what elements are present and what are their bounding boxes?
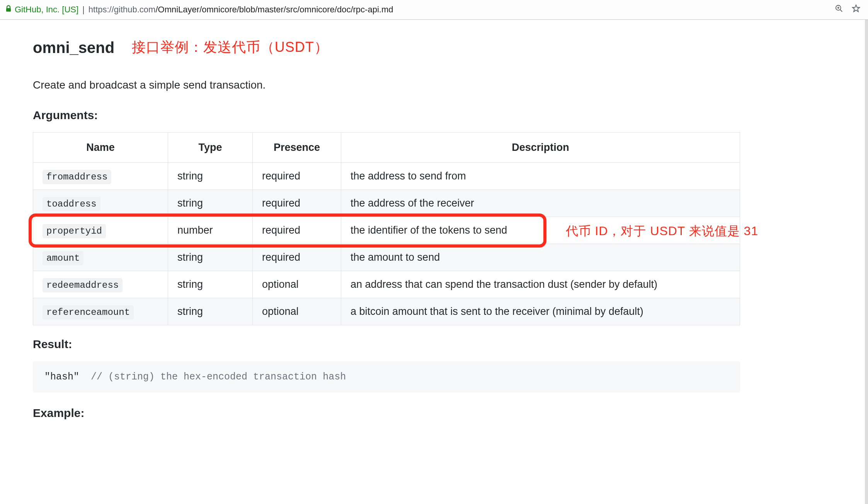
col-name: Name <box>33 133 168 163</box>
api-description: Create and broadcast a simple send trans… <box>33 77 806 93</box>
result-code-block: "hash" // (string) the hex-encoded trans… <box>33 361 740 393</box>
result-heading: Result: <box>33 335 806 353</box>
col-type: Type <box>168 133 253 163</box>
param-type: string <box>168 190 253 217</box>
result-comment: // (string) the hex-encoded transaction … <box>91 371 346 383</box>
param-desc: the amount to send <box>341 244 740 271</box>
param-presence: required <box>253 162 341 190</box>
param-name: redeemaddress <box>43 278 123 292</box>
svg-line-2 <box>840 9 842 12</box>
content-area: omni_send 接口举例：发送代币（USDT） Create and bro… <box>0 20 829 446</box>
url-host: https://github.com <box>89 5 156 14</box>
param-name: amount <box>43 251 83 265</box>
param-name: propertyid <box>43 224 106 238</box>
param-desc: the address of the receiver <box>341 190 740 217</box>
param-name: referenceamount <box>43 305 134 319</box>
table-row: amount string required the amount to sen… <box>33 244 740 271</box>
browser-address-bar: GitHub, Inc. [US] | https://github.com/O… <box>0 0 868 20</box>
heading-annotation: 接口举例：发送代币（USDT） <box>132 39 328 55</box>
address-separator: | <box>82 3 85 16</box>
param-presence: required <box>253 217 341 244</box>
bookmark-star-icon[interactable] <box>852 2 860 17</box>
param-desc: a bitcoin amount that is sent to the rec… <box>341 298 740 325</box>
zoom-icon[interactable] <box>835 2 843 17</box>
table-row: toaddress string required the address of… <box>33 190 740 217</box>
param-type: string <box>168 298 253 325</box>
param-desc: the address to send from <box>341 162 740 190</box>
arguments-table-wrap: Name Type Presence Description fromaddre… <box>33 132 806 325</box>
example-heading: Example: <box>33 404 806 422</box>
param-desc: an address that can spend the transactio… <box>341 271 740 298</box>
param-name: toaddress <box>43 197 100 211</box>
param-name: fromaddress <box>43 170 111 184</box>
heading-row: omni_send 接口举例：发送代币（USDT） <box>33 28 806 66</box>
svg-rect-0 <box>6 8 11 12</box>
row-side-annotation: 代币 ID，对于 USDT 来说值是 31 <box>566 222 759 240</box>
result-value: "hash" <box>44 371 91 383</box>
svg-marker-5 <box>853 5 859 11</box>
api-method-heading: omni_send <box>33 36 114 59</box>
param-presence: optional <box>253 298 341 325</box>
col-presence: Presence <box>253 133 341 163</box>
table-row: referenceamount string optional a bitcoi… <box>33 298 740 325</box>
param-type: number <box>168 217 253 244</box>
param-type: string <box>168 271 253 298</box>
page-body: omni_send 接口举例：发送代币（USDT） Create and bro… <box>0 20 868 504</box>
ssl-cert-name: GitHub, Inc. [US] <box>15 3 78 16</box>
url-path: /OmniLayer/omnicore/blob/master/src/omni… <box>155 5 393 14</box>
param-type: string <box>168 244 253 271</box>
param-presence: required <box>253 244 341 271</box>
param-presence: required <box>253 190 341 217</box>
table-row: redeemaddress string optional an address… <box>33 271 740 298</box>
arguments-heading: Arguments: <box>33 106 806 124</box>
lock-icon <box>5 3 12 15</box>
table-header-row: Name Type Presence Description <box>33 133 740 163</box>
param-type: string <box>168 162 253 190</box>
url-display[interactable]: https://github.com/OmniLayer/omnicore/bl… <box>89 3 393 16</box>
param-presence: optional <box>253 271 341 298</box>
col-description: Description <box>341 133 740 163</box>
table-row: fromaddress string required the address … <box>33 162 740 190</box>
